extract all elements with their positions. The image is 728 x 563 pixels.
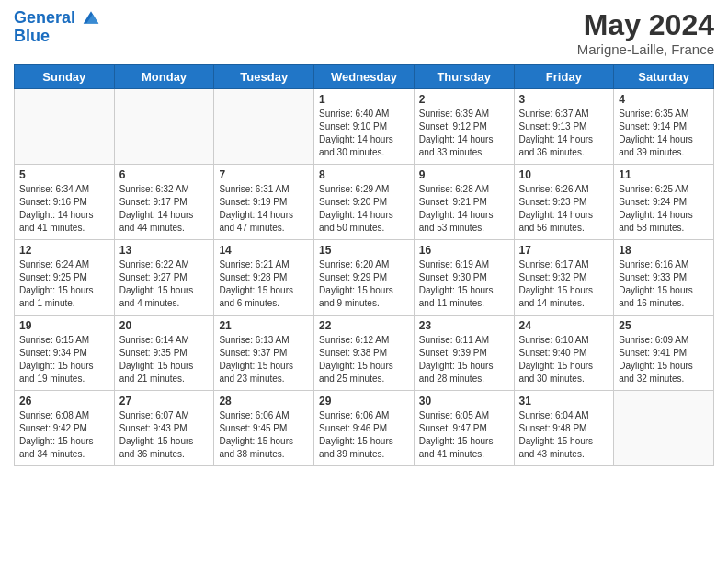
day-number: 30 <box>419 395 509 408</box>
table-row: 29Sunrise: 6:06 AM Sunset: 9:46 PM Dayli… <box>314 391 415 466</box>
table-row: 25Sunrise: 6:09 AM Sunset: 9:41 PM Dayli… <box>614 316 714 391</box>
table-row: 28Sunrise: 6:06 AM Sunset: 9:45 PM Dayli… <box>214 391 314 466</box>
day-info: Sunrise: 6:14 AM Sunset: 9:35 PM Dayligh… <box>119 334 210 385</box>
col-friday: Friday <box>514 65 614 89</box>
table-row: 4Sunrise: 6:35 AM Sunset: 9:14 PM Daylig… <box>614 89 714 165</box>
day-info: Sunrise: 6:20 AM Sunset: 9:29 PM Dayligh… <box>319 259 409 310</box>
table-row: 21Sunrise: 6:13 AM Sunset: 9:37 PM Dayli… <box>214 316 314 391</box>
day-number: 26 <box>19 395 109 408</box>
day-info: Sunrise: 6:34 AM Sunset: 9:16 PM Dayligh… <box>19 183 109 235</box>
day-info: Sunrise: 6:05 AM Sunset: 9:47 PM Dayligh… <box>419 409 509 461</box>
day-number: 14 <box>219 244 309 257</box>
day-number: 25 <box>619 319 709 332</box>
day-info: Sunrise: 6:32 AM Sunset: 9:17 PM Dayligh… <box>119 183 210 235</box>
logo-text: General <box>14 9 100 28</box>
day-info: Sunrise: 6:19 AM Sunset: 9:30 PM Dayligh… <box>419 259 509 310</box>
table-row: 5Sunrise: 6:34 AM Sunset: 9:16 PM Daylig… <box>15 165 115 240</box>
day-number: 7 <box>219 168 309 181</box>
table-row: 12Sunrise: 6:24 AM Sunset: 9:25 PM Dayli… <box>15 240 115 316</box>
day-info: Sunrise: 6:37 AM Sunset: 9:13 PM Dayligh… <box>519 108 609 159</box>
table-row: 10Sunrise: 6:26 AM Sunset: 9:23 PM Dayli… <box>514 165 614 240</box>
day-number: 9 <box>419 168 509 181</box>
col-monday: Monday <box>114 65 214 89</box>
day-number: 6 <box>119 168 210 181</box>
day-number: 12 <box>19 244 109 257</box>
col-saturday: Saturday <box>614 65 714 89</box>
calendar-week-row: 5Sunrise: 6:34 AM Sunset: 9:16 PM Daylig… <box>15 165 714 240</box>
calendar-subtitle: Marigne-Laille, France <box>577 41 714 57</box>
title-block: May 2024 Marigne-Laille, France <box>577 9 714 57</box>
table-row <box>15 89 115 165</box>
day-number: 3 <box>519 93 609 106</box>
calendar-header-row: Sunday Monday Tuesday Wednesday Thursday… <box>15 65 714 89</box>
day-info: Sunrise: 6:24 AM Sunset: 9:25 PM Dayligh… <box>19 259 109 310</box>
day-number: 17 <box>519 244 609 257</box>
table-row: 31Sunrise: 6:04 AM Sunset: 9:48 PM Dayli… <box>514 391 614 466</box>
day-info: Sunrise: 6:15 AM Sunset: 9:34 PM Dayligh… <box>19 334 109 385</box>
table-row <box>214 89 314 165</box>
day-info: Sunrise: 6:07 AM Sunset: 9:43 PM Dayligh… <box>119 409 210 461</box>
day-info: Sunrise: 6:12 AM Sunset: 9:38 PM Dayligh… <box>319 334 409 385</box>
logo: General Blue <box>14 9 100 46</box>
table-row: 3Sunrise: 6:37 AM Sunset: 9:13 PM Daylig… <box>514 89 614 165</box>
calendar-week-row: 1Sunrise: 6:40 AM Sunset: 9:10 PM Daylig… <box>15 89 714 165</box>
table-row <box>614 391 714 466</box>
table-row: 6Sunrise: 6:32 AM Sunset: 9:17 PM Daylig… <box>114 165 214 240</box>
day-info: Sunrise: 6:06 AM Sunset: 9:46 PM Dayligh… <box>319 409 409 461</box>
logo-blue-text: Blue <box>14 28 100 46</box>
table-row: 30Sunrise: 6:05 AM Sunset: 9:47 PM Dayli… <box>414 391 514 466</box>
day-info: Sunrise: 6:31 AM Sunset: 9:19 PM Dayligh… <box>219 183 309 235</box>
table-row: 26Sunrise: 6:08 AM Sunset: 9:42 PM Dayli… <box>15 391 115 466</box>
table-row: 14Sunrise: 6:21 AM Sunset: 9:28 PM Dayli… <box>214 240 314 316</box>
day-number: 16 <box>419 244 509 257</box>
day-info: Sunrise: 6:26 AM Sunset: 9:23 PM Dayligh… <box>519 183 609 235</box>
table-row: 24Sunrise: 6:10 AM Sunset: 9:40 PM Dayli… <box>514 316 614 391</box>
table-row: 20Sunrise: 6:14 AM Sunset: 9:35 PM Dayli… <box>114 316 214 391</box>
day-number: 27 <box>119 395 210 408</box>
page: General Blue May 2024 Marigne-Laille, Fr… <box>0 0 728 563</box>
day-info: Sunrise: 6:04 AM Sunset: 9:48 PM Dayligh… <box>519 409 609 461</box>
table-row: 22Sunrise: 6:12 AM Sunset: 9:38 PM Dayli… <box>314 316 415 391</box>
day-number: 15 <box>319 244 409 257</box>
day-number: 8 <box>319 168 409 181</box>
day-number: 10 <box>519 168 609 181</box>
day-info: Sunrise: 6:08 AM Sunset: 9:42 PM Dayligh… <box>19 409 109 461</box>
day-number: 22 <box>319 319 409 332</box>
day-number: 20 <box>119 319 210 332</box>
table-row: 13Sunrise: 6:22 AM Sunset: 9:27 PM Dayli… <box>114 240 214 316</box>
day-info: Sunrise: 6:21 AM Sunset: 9:28 PM Dayligh… <box>219 259 309 310</box>
table-row: 27Sunrise: 6:07 AM Sunset: 9:43 PM Dayli… <box>114 391 214 466</box>
col-tuesday: Tuesday <box>214 65 314 89</box>
day-info: Sunrise: 6:09 AM Sunset: 9:41 PM Dayligh… <box>619 334 709 385</box>
table-row: 19Sunrise: 6:15 AM Sunset: 9:34 PM Dayli… <box>15 316 115 391</box>
calendar-week-row: 26Sunrise: 6:08 AM Sunset: 9:42 PM Dayli… <box>15 391 714 466</box>
day-info: Sunrise: 6:25 AM Sunset: 9:24 PM Dayligh… <box>619 183 709 235</box>
day-number: 2 <box>419 93 509 106</box>
table-row: 9Sunrise: 6:28 AM Sunset: 9:21 PM Daylig… <box>414 165 514 240</box>
day-number: 29 <box>319 395 409 408</box>
table-row <box>114 89 214 165</box>
day-info: Sunrise: 6:39 AM Sunset: 9:12 PM Dayligh… <box>419 108 509 159</box>
day-info: Sunrise: 6:28 AM Sunset: 9:21 PM Dayligh… <box>419 183 509 235</box>
calendar-title: May 2024 <box>577 9 714 41</box>
table-row: 17Sunrise: 6:17 AM Sunset: 9:32 PM Dayli… <box>514 240 614 316</box>
day-info: Sunrise: 6:10 AM Sunset: 9:40 PM Dayligh… <box>519 334 609 385</box>
table-row: 11Sunrise: 6:25 AM Sunset: 9:24 PM Dayli… <box>614 165 714 240</box>
table-row: 8Sunrise: 6:29 AM Sunset: 9:20 PM Daylig… <box>314 165 415 240</box>
day-info: Sunrise: 6:16 AM Sunset: 9:33 PM Dayligh… <box>619 259 709 310</box>
header: General Blue May 2024 Marigne-Laille, Fr… <box>14 9 714 57</box>
logo-icon <box>82 8 100 27</box>
day-number: 4 <box>619 93 709 106</box>
day-number: 18 <box>619 244 709 257</box>
day-info: Sunrise: 6:11 AM Sunset: 9:39 PM Dayligh… <box>419 334 509 385</box>
day-number: 24 <box>519 319 609 332</box>
table-row: 7Sunrise: 6:31 AM Sunset: 9:19 PM Daylig… <box>214 165 314 240</box>
day-info: Sunrise: 6:29 AM Sunset: 9:20 PM Dayligh… <box>319 183 409 235</box>
day-number: 23 <box>419 319 509 332</box>
table-row: 15Sunrise: 6:20 AM Sunset: 9:29 PM Dayli… <box>314 240 415 316</box>
day-info: Sunrise: 6:35 AM Sunset: 9:14 PM Dayligh… <box>619 108 709 159</box>
calendar-week-row: 12Sunrise: 6:24 AM Sunset: 9:25 PM Dayli… <box>15 240 714 316</box>
day-number: 5 <box>19 168 109 181</box>
day-number: 13 <box>119 244 210 257</box>
day-info: Sunrise: 6:17 AM Sunset: 9:32 PM Dayligh… <box>519 259 609 310</box>
